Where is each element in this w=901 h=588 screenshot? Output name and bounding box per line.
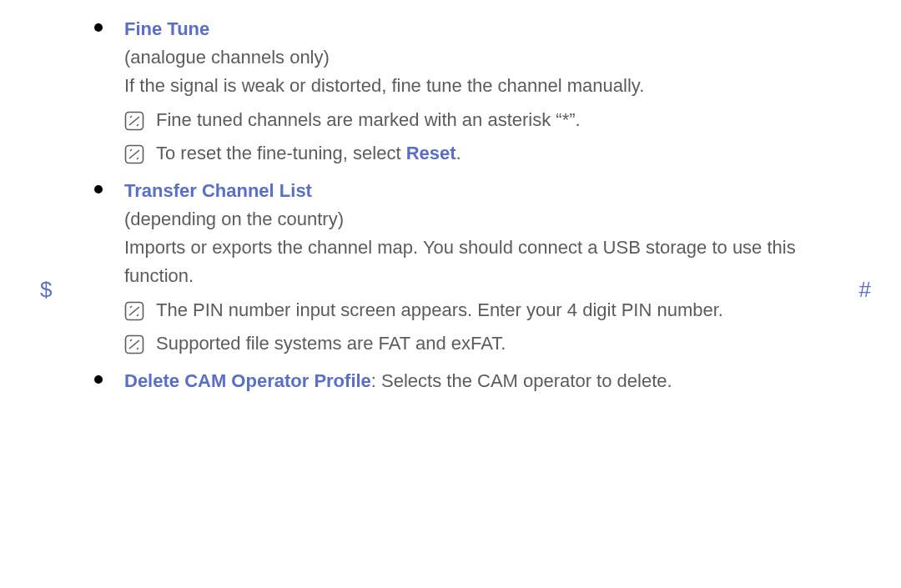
section-delete-cam: Delete CAM Operator Profile: Selects the… <box>88 367 855 395</box>
note-icon <box>124 111 144 131</box>
note-suffix: . <box>456 143 461 163</box>
section-list: Fine Tune (analogue channels only) If th… <box>88 15 855 395</box>
content-area: Fine Tune (analogue channels only) If th… <box>88 15 855 395</box>
note-icon <box>124 144 144 164</box>
note-text: The PIN number input screen appears. Ent… <box>156 298 723 323</box>
note-icon <box>124 301 144 321</box>
fine-tune-subtitle: (analogue channels only) <box>124 43 855 72</box>
delete-cam-description: : Selects the CAM operator to delete. <box>371 370 672 391</box>
note-text: Supported file systems are FAT and exFAT… <box>156 331 506 356</box>
section-fine-tune: Fine Tune (analogue channels only) If th… <box>88 15 855 170</box>
transfer-heading: Transfer Channel List <box>124 177 855 205</box>
nav-next-button[interactable]: # <box>859 277 871 303</box>
fine-tune-body: If the signal is weak or distorted, fine… <box>124 72 855 100</box>
note-icon <box>124 334 144 354</box>
reset-link[interactable]: Reset <box>406 143 456 163</box>
transfer-body: Imports or exports the channel map. You … <box>124 234 850 290</box>
fine-tune-notes: Fine tuned channels are marked with an a… <box>124 103 855 170</box>
manual-page: $ # Fine Tune (analogue channels only) I… <box>0 0 901 588</box>
transfer-subtitle: (depending on the country) <box>124 205 855 234</box>
fine-tune-heading: Fine Tune <box>124 15 855 43</box>
note-row: Fine tuned channels are marked with an a… <box>124 103 855 137</box>
nav-prev-button[interactable]: $ <box>40 277 52 303</box>
delete-cam-heading: Delete CAM Operator Profile <box>124 370 371 391</box>
note-prefix: To reset the fine-tuning, select <box>156 143 406 163</box>
section-transfer-channel-list: Transfer Channel List (depending on the … <box>88 177 855 360</box>
note-text: Fine tuned channels are marked with an a… <box>156 108 581 133</box>
note-row: Supported file systems are FAT and exFAT… <box>124 327 855 360</box>
note-row: The PIN number input screen appears. Ent… <box>124 294 855 327</box>
note-text: To reset the fine-tuning, select Reset. <box>156 141 461 166</box>
transfer-notes: The PIN number input screen appears. Ent… <box>124 294 855 360</box>
note-row: To reset the fine-tuning, select Reset. <box>124 137 855 170</box>
